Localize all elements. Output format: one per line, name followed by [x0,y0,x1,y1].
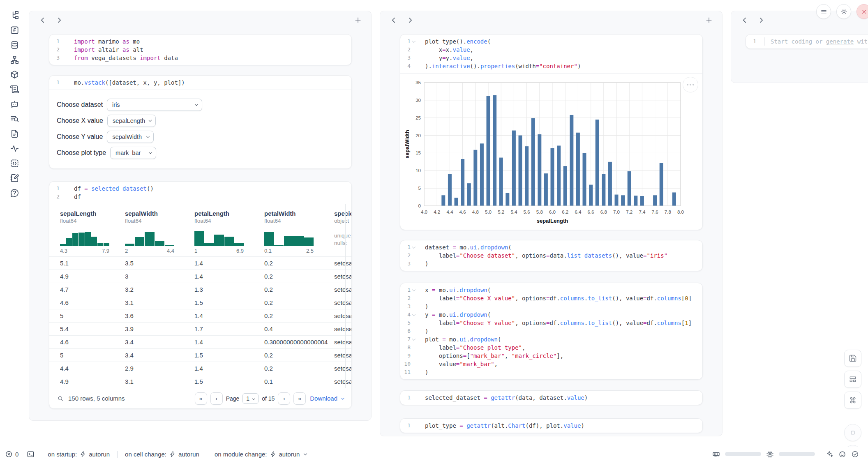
chevron-left-icon[interactable] [389,16,398,25]
command-button[interactable] [844,392,861,409]
page-label: Page [226,395,240,402]
table-row[interactable]: 4.93.11.50.1setosa [49,375,351,388]
code-editor[interactable]: 1selected_dataset = getattr(data, datase… [400,391,702,405]
chevron-right-icon[interactable] [406,16,415,25]
cell-dataframe[interactable]: 1df = selected_dataset()2df sepalLengthf… [49,181,352,409]
search-icon[interactable] [57,395,64,402]
cell-vstack[interactable]: 1mo.vstack([dataset, x, y, plot]) Choose… [49,75,352,169]
table-column-header[interactable]: petalWidthfloat640.12.5 [264,210,334,254]
activity-icon[interactable] [10,144,19,153]
table-row[interactable]: 5.13.51.40.2setosa [49,256,351,270]
scroll-icon[interactable] [10,85,19,94]
help-icon[interactable] [10,188,19,198]
file-tree-icon[interactable] [10,11,19,20]
chevron-left-icon[interactable] [740,16,749,25]
table-row[interactable]: 4.63.11.50.2setosa [49,296,351,309]
function-square-icon[interactable] [10,25,19,35]
sparkles-icon[interactable] [826,450,833,458]
dataset-select[interactable]: iris [107,99,202,111]
fold-chevron-icon[interactable] [412,288,416,292]
code-box-icon[interactable] [10,159,19,168]
fold-chevron-icon[interactable] [412,313,416,317]
table-row[interactable]: 4.73.21.30.2setosa [49,283,351,296]
column-dtype: float64 [194,218,264,224]
cell-scratch[interactable]: 1Start coding or generate with [746,34,868,49]
app-sidebar [0,0,29,447]
chevron-right-icon[interactable] [55,16,64,25]
column-histogram[interactable] [194,229,244,246]
cell-change-mode[interactable]: on cell change: autorun [118,451,207,458]
database-icon[interactable] [10,40,19,50]
sitemap-icon[interactable] [10,55,19,65]
settings-button[interactable] [836,4,851,19]
line-number: 5 [400,319,419,327]
svg-text:sepalWidth: sepalWidth [404,130,410,158]
startup-mode[interactable]: on startup: autorun [40,451,117,458]
cell-plot-type[interactable]: 1plot_type = getattr(alt.Chart(df), plot… [400,418,703,433]
x-select[interactable]: sepalLength [107,115,156,127]
assistant-icon[interactable] [838,450,846,458]
column-histogram[interactable] [264,229,314,246]
chevron-left-icon[interactable] [38,16,47,25]
table-column-header[interactable]: petalLengthfloat6416.9 [194,210,264,254]
bot-icon[interactable] [10,99,19,109]
module-change-mode[interactable]: on module change: autorun [207,451,314,458]
errors-icon[interactable] [5,450,13,458]
notebook-pen-icon[interactable] [10,173,19,183]
download-button[interactable]: Download [310,395,344,402]
table-row[interactable]: 53.61.40.2setosa [49,309,351,322]
last-page-button[interactable]: » [293,392,306,405]
add-cell-icon[interactable] [354,16,362,24]
table-cell: 1.5 [194,352,264,359]
code-editor[interactable]: 1Start coding or generate with [746,35,868,48]
fold-chevron-icon[interactable] [412,39,416,44]
save-button[interactable] [844,350,861,367]
next-page-button[interactable]: › [278,392,290,405]
prev-page-button[interactable]: ‹ [210,392,223,405]
cell-selected-dataset[interactable]: 1selected_dataset = getattr(data, datase… [400,390,703,405]
fold-chevron-icon[interactable] [412,245,416,249]
check-circle-icon[interactable] [851,450,859,458]
cell-xyplot-dropdowns[interactable]: 1x = mo.ui.dropdown(2 label="Choose X va… [400,283,703,380]
code-editor[interactable]: 1df = selected_dataset()2df [49,182,351,204]
column-dtype: object [334,218,352,224]
menu-button[interactable] [816,4,831,19]
chevron-right-icon[interactable] [757,16,766,25]
first-page-button[interactable]: « [195,392,207,405]
table-row[interactable]: 4.63.41.40.30000000000000004setosa [49,335,351,348]
line-number: 8 [400,343,419,352]
terminal-icon[interactable] [27,450,35,458]
y-select[interactable]: sepalWidth [107,131,154,143]
chart-menu-button[interactable] [683,77,698,92]
table-row[interactable]: 4.42.91.40.2setosa [49,362,351,375]
code-editor[interactable]: 1plot_type().encode(2 x=x.value,3 y=y.va… [400,35,702,73]
code-editor[interactable]: 1plot_type = getattr(alt.Chart(df), plot… [400,419,702,433]
column-histogram[interactable] [60,229,109,246]
layout-button[interactable] [844,371,861,388]
search-list-icon[interactable] [10,114,19,124]
code-editor[interactable]: 1import marimo as mo2import altair as al… [49,35,351,65]
cell-dataset-dropdown[interactable]: 1dataset = mo.ui.dropdown(2 label="Choos… [400,240,703,271]
package-icon[interactable] [10,70,19,79]
document-icon[interactable] [10,129,19,138]
column-histogram[interactable] [125,229,174,246]
table-column-header[interactable]: sepalLengthfloat644.37.9 [60,210,125,254]
stop-button[interactable] [844,424,861,441]
cell-imports[interactable]: 1import marimo as mo2import altair as al… [49,34,352,65]
table-row[interactable]: 4.931.40.2setosa [49,270,351,283]
table-scrollbar[interactable] [345,204,346,388]
table-row[interactable]: 53.41.50.2setosa [49,348,351,362]
page-select[interactable]: 1 [242,393,259,404]
cell-chart[interactable]: 1plot_type().encode(2 x=x.value,3 y=y.va… [400,34,703,230]
table-column-header[interactable]: speciesobjectunique:nulls: [334,210,352,254]
add-cell-icon[interactable] [705,16,713,24]
close-button[interactable] [856,4,868,19]
table-row[interactable]: 5.43.91.70.4setosa [49,322,351,335]
bar-chart[interactable]: 4.04.24.44.64.85.05.25.45.65.86.06.26.46… [404,78,699,227]
table-column-header[interactable]: sepalWidthfloat6424.4 [125,210,194,254]
code-editor[interactable]: 1dataset = mo.ui.dropdown(2 label="Choos… [400,240,702,271]
plot-select[interactable]: mark_bar [110,147,156,159]
code-editor[interactable]: 1x = mo.ui.dropdown(2 label="Choose X va… [400,283,702,379]
code-editor[interactable]: 1mo.vstack([dataset, x, y, plot]) [49,76,351,90]
fold-chevron-icon[interactable] [412,337,416,341]
